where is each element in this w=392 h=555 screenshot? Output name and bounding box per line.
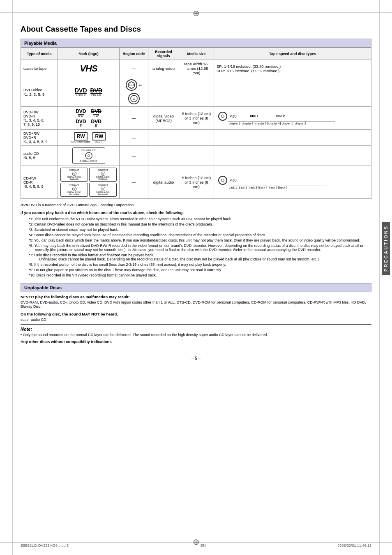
table-row: CD-RWCD-R*3, 4, 5, 8, 9 COMPACT DIGITAL …: [21, 166, 371, 199]
col-region: Region code: [120, 48, 148, 60]
svg-point-13: [101, 187, 105, 191]
table-row: DVD+RWDVD+R*1, 3, 4, 5, 8, 9 RW DVD+ReWr…: [21, 130, 371, 146]
cd-disc-icon: [85, 152, 93, 160]
svg-point-5: [85, 152, 92, 159]
chapter-item: chapter 2: [241, 122, 254, 125]
cell-logo-dvdrw: DVD RW DVD RW DVD: [58, 107, 120, 130]
cell-logo-audiocd: COMPACT DIGITAL AUDIO: [58, 146, 120, 166]
chapter-item: chapter 3: [254, 122, 267, 125]
may-not-header: On the following disc, the sound MAY NOT…: [21, 312, 371, 316]
note-box: Note: • Only the sound recorded on the n…: [21, 324, 371, 337]
footer: E8E62UD-DV225MG9.indd 5 EN 2008/02/01 11…: [0, 543, 392, 548]
cell-size: tape width 1/2 inches (12.65 mm): [179, 60, 214, 77]
cell-size-dvdrw: 5 inches (12 cm) or 3 inches (8 cm): [179, 107, 214, 130]
cell-logo-vhs: VHS: [58, 60, 120, 77]
dvd-video-logo1: DVD VIDEO: [75, 88, 87, 96]
cell-type-audiocd: audio CD*3, 5, 9: [21, 146, 58, 166]
playable-media-section: Playable Media Type of media Mark (logo)…: [21, 39, 371, 199]
chapter-item: chapter 1: [281, 122, 294, 125]
table-row: DVD-RWDVD-R*1, 3, 4, 5, 6,7, 8, 9, 10 DV…: [21, 107, 371, 130]
svg-point-11: [72, 187, 76, 191]
cell-signals-dvdrw: digital video (MPEG2): [148, 107, 179, 130]
dvd-video-logo2: DVD VIDEO: [90, 88, 103, 96]
cell-signals: analog video: [148, 60, 179, 77]
track-item: track 2: [238, 186, 249, 189]
track-item: track 4: [258, 186, 269, 189]
compact-disc-logo: COMPACT DIGITAL AUDIO: [72, 147, 105, 164]
footnote-8: *8: If the recorded portion of the disc …: [29, 263, 371, 267]
eg-label: e.g.): [230, 114, 236, 118]
cd-r-logo2: COMPACT DIGITAL AUDIORecordable: [89, 183, 117, 197]
playable-media-header: Playable Media: [21, 39, 371, 48]
cell-signals-dvdplus: [148, 130, 179, 146]
dvd-rw-logo2: DVD RW: [91, 108, 101, 117]
svg-text:1: 1: [133, 97, 135, 100]
dvd-plus-r-logo: RW DVD+R: [92, 132, 106, 143]
cell-speed-audiocd: [214, 146, 371, 166]
chapter-item: chapter 2: [294, 122, 307, 125]
footnote-2: *2: Certain DVD-video does not operate a…: [29, 222, 371, 226]
note-content: • Only the sound recorded on the normal …: [21, 333, 371, 337]
svg-point-12: [74, 189, 75, 190]
chapter-item: chapter 1: [228, 122, 241, 125]
cell-logo-dvd-video: DVD VIDEO DVD VIDEO: [58, 77, 120, 107]
title2-label: title 2: [276, 114, 285, 118]
svg-point-6: [88, 155, 90, 157]
never-content: DVD-RAM, DVD-audio, CD-i, photo CD, vide…: [21, 300, 371, 309]
footnotes-list: *1: This unit conforms to the NTSC color…: [29, 217, 371, 277]
disc-icon2: [218, 176, 227, 185]
dvd-trademark: DVD DVD is a trademark of DVD Format/Log…: [21, 203, 371, 207]
track-item: track 6: [279, 186, 288, 189]
footer-en: EN: [201, 543, 206, 548]
dvd-r-logo: DVD R: [76, 119, 86, 128]
dvd-plus-rw-logo: RW DVD+ReWritable: [71, 132, 90, 143]
vhs-logo: VHS: [80, 63, 97, 74]
footnote-4: *4: Some discs cannot be played back bec…: [29, 233, 371, 237]
cell-speed-dvdplus: [214, 130, 371, 146]
cell-region: —: [120, 60, 148, 77]
page-title: About Cassette Tapes and Discs: [21, 25, 371, 34]
table-row: cassette tape VHS — analog video tape wi…: [21, 60, 371, 77]
svg-point-10: [102, 173, 104, 175]
cell-speed: SP: 1-5/16 inch/sec. (33.40 mm/sec.)SLP:…: [214, 60, 371, 77]
cell-region-audiocd: —: [120, 146, 148, 166]
cell-size-empty: [179, 77, 214, 107]
track-item: track 3: [248, 186, 258, 189]
svg-point-7: [72, 172, 76, 176]
svg-point-8: [74, 173, 75, 175]
cell-size-cdrw: 5 inches (12 cm) or 3 inches (8 cm): [179, 166, 214, 199]
track-item: track 5: [268, 186, 279, 189]
footer-left: E8E62UD-DV225MG9.indd 5: [21, 543, 69, 548]
never-header: NEVER play the following discs as malfun…: [21, 295, 371, 299]
title1-label: title 1: [250, 114, 258, 118]
col-size: Media size: [179, 48, 214, 60]
cell-type-dvdplus: DVD+RWDVD+R*1, 3, 4, 5, 8, 9: [21, 130, 58, 146]
page-number: – 5 –: [21, 356, 371, 361]
footnote-9: *9: Do not glue paper or put stickers on…: [29, 268, 371, 272]
cell-type-cdrw: CD-RWCD-R*3, 4, 5, 8, 9: [21, 166, 58, 199]
cell-type: cassette tape: [21, 60, 58, 77]
cell-logo-cdrw: COMPACT DIGITAL AUDIOReWritable COMPACT: [58, 166, 120, 199]
cell-signals-audiocd: [148, 146, 179, 166]
cell-size-dvdplus: [179, 130, 214, 146]
chapter-item: chapter 4: [267, 122, 281, 125]
footnote-7: *7: Only discs recorded in the video for…: [29, 253, 371, 261]
cell-type: DVD-video*1, 2, 3, 5, 9: [21, 77, 58, 107]
cell-region-codes: or 1: [120, 77, 148, 107]
cell-diagram-title-chapter: e.g.) title 1 title 2 chapter 1 chapter …: [214, 107, 371, 130]
unplayable-discs-header: Unplayable Discs: [21, 283, 371, 292]
col-speed: Tape speed and disc types: [214, 48, 371, 60]
cd-rw-logo1: COMPACT DIGITAL AUDIOReWritable: [60, 168, 88, 182]
table-row: audio CD*3, 5, 9 COMPACT DIGITAL AUDIO: [21, 146, 371, 166]
eg-label2: e.g.): [230, 178, 236, 182]
region-globe-icon: [126, 79, 137, 91]
cell-region-dvdrw: —: [120, 107, 148, 130]
cell-speed-empty: [214, 77, 371, 107]
cell-logo-dvdplus: RW DVD+ReWritable RW DVD+R: [58, 130, 120, 146]
cd-rw-logo2: COMPACT DIGITAL AUDIOReWritable: [89, 168, 117, 182]
cell-signals-cdrw: digital audio: [148, 166, 179, 199]
cell-region-cdrw: —: [120, 166, 148, 199]
footnote-3: *3: Scratched or stained discs may not b…: [29, 228, 371, 232]
may-not-content: super audio CD: [21, 318, 371, 322]
footnote-10: *10: Discs recorded in the VR (video rec…: [29, 273, 371, 277]
